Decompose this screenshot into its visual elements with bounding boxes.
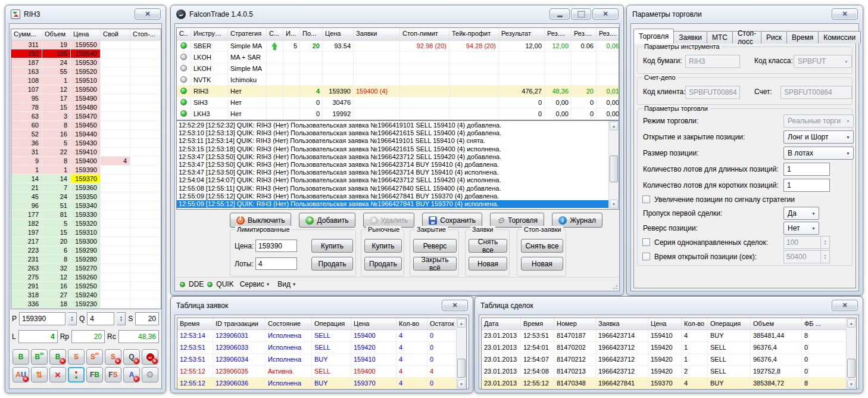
dom-row[interactable]: 291 16 159250 <box>11 282 161 291</box>
column-header-volume[interactable]: Объем <box>42 29 71 40</box>
col-status[interactable]: С.. <box>177 28 191 40</box>
dom-row[interactable]: 78 15 159480 <box>11 103 161 112</box>
orders-scrollbar[interactable] <box>456 318 466 389</box>
increase-position-checkbox[interactable] <box>642 195 650 203</box>
limit-sell-button[interactable]: Продать <box>311 257 353 270</box>
col-signal[interactable]: С... <box>267 28 283 40</box>
trade-row[interactable]: 23.01.2013 12:54:01 81470202 1966423712 … <box>482 342 856 354</box>
minimize-icon[interactable] <box>549 8 570 20</box>
dom-row[interactable]: 21 7 159360 <box>11 184 161 192</box>
dom-row[interactable]: 263 32 159270 <box>11 264 161 273</box>
dom-row[interactable]: 36 5 159430 <box>11 139 161 148</box>
log-line[interactable]: 12:55:09 [12:55:12] QUIK: RIH3 (Нет) Пол… <box>177 200 608 208</box>
scroll-up-icon[interactable] <box>847 319 855 328</box>
market-buy-button[interactable]: Купить <box>364 239 402 253</box>
col-res2[interactable]: Рез.... <box>572 28 597 40</box>
dom-row[interactable]: 197 15 159310 <box>11 228 161 237</box>
dom-row[interactable]: 45 24 159350 <box>11 192 161 201</box>
client-code-input[interactable]: SPBFUT00864 <box>685 86 740 99</box>
col-res3[interactable]: Рез.... <box>597 28 619 40</box>
service-menu[interactable]: Сервис <box>238 280 272 288</box>
log-line[interactable]: 12:55:08 [12:55:11] QUIK: RIH3 (Нет) Пол… <box>177 185 608 192</box>
close-position-button[interactable]: ✕ <box>49 367 66 383</box>
tab[interactable]: Риск <box>761 31 787 43</box>
column-header-stop[interactable]: Стоп-... <box>130 29 160 40</box>
dom-row[interactable]: 107 12 159500 <box>11 85 161 94</box>
column-header-own[interactable]: Свой <box>101 29 130 40</box>
open-time-spinner[interactable] <box>821 250 830 263</box>
scroll-down-icon[interactable] <box>847 380 855 388</box>
market-sell-button[interactable]: Продать <box>364 257 402 270</box>
dom-row[interactable]: 1 1 159390 <box>11 166 161 175</box>
log-line[interactable]: 12:54:04 [12:54:07] QUIK: RIH3 (Нет) Пол… <box>177 176 608 184</box>
close-icon[interactable] <box>832 300 858 311</box>
open-close-select[interactable]: Лонг и Шорт <box>783 130 854 144</box>
col-result[interactable]: Результат <box>499 28 545 40</box>
col-i[interactable]: И... <box>283 28 300 40</box>
new-order-button[interactable]: Новая <box>469 257 507 270</box>
sell-limit-button[interactable]: S <box>68 349 85 365</box>
log-line[interactable]: 12:53:15 [12:53:18] QUIK: RIH3 (Нет) Пол… <box>177 145 608 153</box>
log-line[interactable]: 12:53:47 [12:53:50] QUIK: RIH3 (Нет) Пол… <box>177 169 608 176</box>
buy-limit-button[interactable]: B <box>13 349 29 365</box>
cancel-all-button[interactable]: A U ✕ <box>13 367 29 383</box>
col-price[interactable]: Цена <box>323 28 354 40</box>
tab[interactable]: Комиссии <box>818 31 861 43</box>
sell-market-button[interactable]: S m <box>86 349 103 365</box>
log-line[interactable]: 12:55:09 [12:55:12] QUIK: RIH3 (Нет) Пол… <box>177 192 608 200</box>
security-code-input[interactable]: RIH3 <box>685 55 740 68</box>
scroll-down-icon[interactable] <box>457 380 466 388</box>
tab[interactable]: Торговля <box>633 29 674 43</box>
col-qty[interactable]: Кол-во <box>682 318 708 329</box>
view-menu[interactable]: Вид <box>275 280 298 288</box>
col-stop-limit[interactable]: Стоп-лимит <box>400 28 449 40</box>
limit-lots-input[interactable]: 4 <box>255 257 297 270</box>
order-row[interactable]: 12:55:12 123906035 Активна SELL 159400 4… <box>177 366 466 378</box>
order-row[interactable]: 12:53:14 123906031 Исполнена SELL 159400… <box>177 330 466 342</box>
price-input[interactable]: 159390 <box>19 312 65 325</box>
dom-row[interactable]: 63 3 159470 <box>11 112 161 121</box>
cancel-all-orders-button[interactable]: Снять все <box>469 239 507 253</box>
cancel-sell-orders-button[interactable]: S ✕ <box>105 349 121 365</box>
reverse-button[interactable]: Реверс <box>413 239 457 253</box>
col-order[interactable]: Заявка <box>596 318 648 329</box>
dom-row[interactable]: 275 12 159260 <box>11 273 161 282</box>
close-all-button[interactable]: Закрыть всё <box>413 257 457 270</box>
close-icon[interactable] <box>442 300 468 311</box>
cancel-buy-orders-button[interactable]: B ✕ <box>49 349 66 365</box>
instrument-row[interactable]: LKOH Simple MA <box>177 63 619 74</box>
dom-row[interactable]: 187 24 159530 <box>11 58 161 67</box>
dom-row[interactable]: 108 1 159510 <box>11 76 161 85</box>
series-spinner[interactable] <box>821 236 830 249</box>
cancel-stop-orders-button[interactable]: st ✕ <box>142 349 158 365</box>
order-row[interactable]: 12:53:51 123906034 Исполнена BUY 159410 … <box>177 354 466 366</box>
dom-row[interactable]: 231 8 159280 <box>11 255 161 264</box>
col-time[interactable]: Время <box>177 318 213 329</box>
dom-row[interactable]: 182 5 159320 <box>11 219 161 228</box>
cancel-all-stops-button[interactable]: Снять все <box>521 239 563 253</box>
close-icon[interactable] <box>592 8 619 20</box>
col-res1[interactable]: Рез.... <box>545 28 572 40</box>
cancel-auto-button[interactable]: A ✕ <box>123 367 140 383</box>
center-spread-button[interactable]: ▼ ▲ <box>68 367 85 383</box>
log-line[interactable]: 12:53:11 [12:53:14] QUIK: RIH3 (Нет) Пол… <box>177 137 608 145</box>
skip-first-select[interactable]: Да <box>783 207 819 220</box>
dom-row[interactable]: 95 17 159490 <box>11 94 161 103</box>
col-price[interactable]: Цена <box>351 318 396 329</box>
col-time[interactable]: Время <box>521 318 554 329</box>
column-header-sum[interactable]: Сумм... <box>11 29 42 40</box>
col-strategy[interactable]: Стратегия <box>228 28 267 40</box>
dom-row[interactable]: 217 20 159300 <box>11 237 161 246</box>
price-spinner[interactable] <box>68 312 77 325</box>
log-scrollbar[interactable] <box>608 121 619 209</box>
col-volume[interactable]: Объем <box>751 318 802 329</box>
dom-row[interactable]: 311 19 159550 <box>11 41 161 49</box>
tab[interactable]: Заявки <box>673 31 707 43</box>
dom-row[interactable]: 318 27 159240 <box>11 291 161 300</box>
close-icon[interactable] <box>135 8 161 20</box>
class-code-select[interactable]: SPBFUT <box>794 55 852 68</box>
qty-input[interactable]: 4 <box>87 312 114 325</box>
order-row[interactable]: 12:55:12 123906036 Исполнена BUY 159370 … <box>177 378 466 390</box>
cancel-queue-button[interactable]: Q ✕ <box>123 349 140 365</box>
dom-titlebar[interactable]: RIH3 <box>5 5 166 23</box>
